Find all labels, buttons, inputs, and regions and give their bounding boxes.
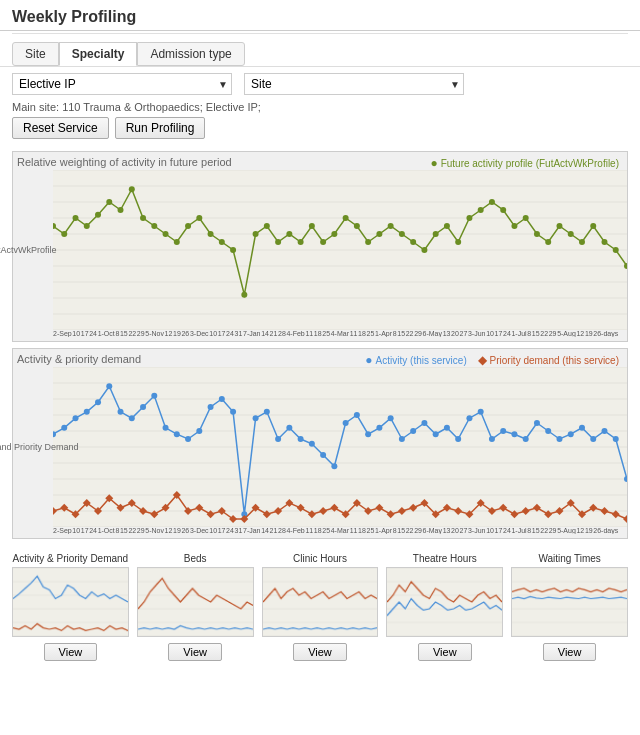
chart2-legend1-label: Activity (this service) bbox=[376, 355, 467, 366]
page-header: Weekly Profiling bbox=[0, 0, 640, 31]
chart2-legend: ● Activity (this service) ◆ Priority dem… bbox=[365, 353, 623, 367]
chart1-wrapper: FutActvWkProfile bbox=[17, 170, 623, 330]
site-select[interactable]: Site Trust bbox=[244, 73, 464, 95]
thumbnail-clinic-view-button[interactable]: View bbox=[293, 643, 347, 661]
page-title: Weekly Profiling bbox=[12, 8, 628, 26]
thumbnail-beds-label: Beds bbox=[137, 553, 254, 564]
thumbnail-theatre-label: Theatre Hours bbox=[386, 553, 503, 564]
thumbnail-beds: Beds View bbox=[137, 553, 254, 661]
chart1-x-labels: 2-Sep1017241-Oct81522295-Nov1219263-Dec1… bbox=[17, 330, 623, 337]
chart2-legend2-label: Priority demand (this service) bbox=[490, 355, 619, 366]
thumbnail-activity-label: Activity & Priority Demand bbox=[12, 553, 129, 564]
chart2-section: Activity & priority demand ● Activity (t… bbox=[12, 348, 628, 539]
thumbnail-waiting-view-button[interactable]: View bbox=[543, 643, 597, 661]
chart2-wrapper: Activity and Priority Demand bbox=[17, 367, 623, 527]
elective-ip-select[interactable]: Elective IP Emergency IP Day Case bbox=[12, 73, 232, 95]
button-row: Reset Service Run Profiling bbox=[0, 113, 640, 145]
thumbnail-clinic-label: Clinic Hours bbox=[262, 553, 379, 564]
controls-row: Elective IP Emergency IP Day Case ▼ Site… bbox=[0, 67, 640, 101]
chart2-canvas bbox=[53, 367, 627, 527]
tab-admission-type[interactable]: Admission type bbox=[137, 42, 244, 66]
thumbnail-beds-view-button[interactable]: View bbox=[168, 643, 222, 661]
chart1-legend: ● Future activity profile (FutActvWkProf… bbox=[430, 156, 623, 170]
dropdown2-wrapper: Site Trust ▼ bbox=[244, 73, 464, 95]
thumbnail-clinic-chart bbox=[262, 567, 379, 637]
chart1-section: Relative weighting of activity in future… bbox=[12, 151, 628, 342]
thumbnail-waiting-label: Waiting Times bbox=[511, 553, 628, 564]
chart2-title: Activity & priority demand bbox=[17, 353, 141, 365]
thumbnail-theatre: Theatre Hours View bbox=[386, 553, 503, 661]
thumbnail-activity: Activity & Priority Demand View bbox=[12, 553, 129, 661]
thumbnail-activity-view-button[interactable]: View bbox=[44, 643, 98, 661]
reset-service-button[interactable]: Reset Service bbox=[12, 117, 109, 139]
chart1-title: Relative weighting of activity in future… bbox=[17, 156, 232, 168]
tab-specialty[interactable]: Specialty bbox=[59, 42, 138, 66]
info-text: Main site: 110 Trauma & Orthopaedics; El… bbox=[0, 101, 640, 113]
tabs-section: Site Specialty Admission type bbox=[0, 36, 640, 67]
dropdown1-wrapper: Elective IP Emergency IP Day Case ▼ bbox=[12, 73, 232, 95]
thumbnail-beds-chart bbox=[137, 567, 254, 637]
header-divider bbox=[12, 33, 628, 34]
chart1-canvas bbox=[53, 170, 627, 330]
run-profiling-button[interactable]: Run Profiling bbox=[115, 117, 206, 139]
tab-site[interactable]: Site bbox=[12, 42, 59, 66]
thumbnail-waiting: Waiting Times View bbox=[511, 553, 628, 661]
chart2-y-label: Activity and Priority Demand bbox=[0, 442, 79, 452]
chart2-x-labels: 2-Sep1017241-Oct81522295-Nov1219263-Dec1… bbox=[17, 527, 623, 534]
thumbnail-theatre-chart bbox=[386, 567, 503, 637]
thumbnail-clinic: Clinic Hours View bbox=[262, 553, 379, 661]
tab-bar: Site Specialty Admission type bbox=[12, 42, 628, 66]
thumbnail-theatre-view-button[interactable]: View bbox=[418, 643, 472, 661]
chart1-y-label: FutActvWkProfile bbox=[0, 245, 57, 255]
thumbnail-waiting-chart bbox=[511, 567, 628, 637]
chart1-legend-label: Future activity profile (FutActvWkProfil… bbox=[441, 158, 619, 169]
thumbnails-section: Activity & Priority Demand View Beds Vie… bbox=[0, 545, 640, 669]
thumbnail-activity-chart bbox=[12, 567, 129, 637]
